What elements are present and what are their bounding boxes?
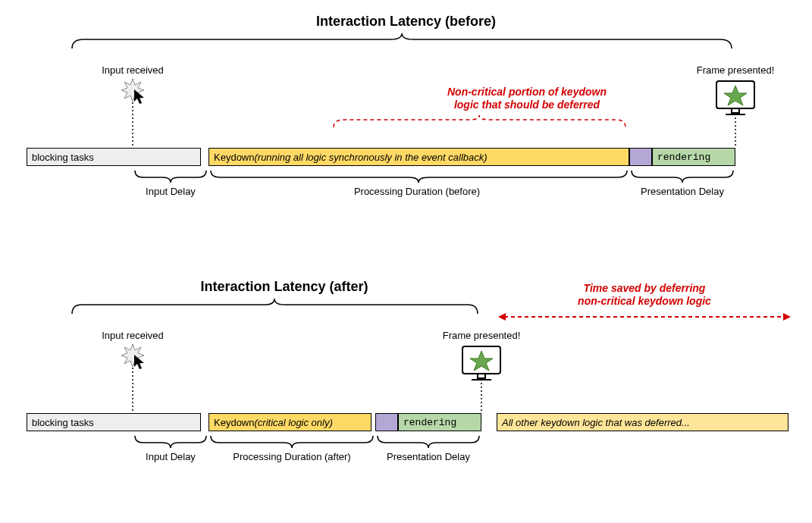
brace-top-before — [68, 32, 735, 52]
svg-rect-4 — [732, 108, 739, 113]
cursor-icon-after — [133, 354, 146, 371]
svg-marker-9 — [783, 313, 791, 321]
input-dotted-line-after — [132, 368, 133, 413]
diagram-before: Interaction Latency (before) Input recei… — [0, 0, 812, 235]
keydown-italic-after: (critical logic only) — [254, 417, 332, 428]
block-deferred-after: All other keydown logic that was deferre… — [497, 413, 788, 431]
block-blocking-after: blocking tasks — [27, 413, 201, 431]
blocking-text-after: blocking tasks — [32, 417, 94, 428]
ub-input-delay-after — [133, 434, 208, 450]
block-render-after: rendering — [398, 413, 481, 431]
svg-marker-8 — [498, 313, 506, 321]
ub-processing-label-before: Processing Duration (before) — [303, 186, 531, 197]
title-after: Interaction Latency (after) — [87, 279, 481, 295]
keydown-italic-before: (running all logic synchronously in the … — [254, 152, 487, 163]
ub-input-delay-before — [133, 168, 208, 185]
render-text-before: rendering — [657, 152, 710, 163]
input-received-label-after: Input received — [91, 330, 174, 341]
diagram-after: Interaction Latency (after) Time saved b… — [0, 265, 812, 508]
block-purple-after — [375, 413, 398, 431]
keydown-prefix-before: Keydown — [214, 152, 254, 163]
keydown-prefix-after: Keydown — [214, 417, 254, 428]
block-purple-before — [629, 148, 652, 166]
title-before: Interaction Latency (before) — [0, 14, 812, 30]
svg-rect-14 — [478, 374, 485, 378]
ub-processing-before — [208, 168, 629, 185]
ub-input-delay-label-after: Input Delay — [121, 451, 220, 462]
block-keydown-after: Keydown (critical logic only) — [208, 413, 372, 431]
time-saved-note: Time saved by deferring non-critical key… — [531, 282, 758, 308]
frame-dotted-line-before — [735, 117, 736, 148]
monitor-icon-before — [715, 80, 756, 117]
ub-processing-after — [208, 434, 375, 450]
frame-presented-label-after: Frame presented! — [428, 330, 535, 341]
cursor-icon — [133, 89, 146, 105]
deferred-text-after: All other keydown logic that was deferre… — [502, 417, 690, 428]
frame-dotted-line-after — [481, 383, 482, 413]
time-saved-arrow — [497, 311, 792, 323]
ub-input-delay-label-before: Input Delay — [121, 186, 220, 197]
frame-presented-label-before: Frame presented! — [682, 64, 788, 76]
defer-brace — [330, 114, 629, 130]
render-text-after: rendering — [403, 417, 456, 428]
ub-presentation-before — [629, 168, 735, 185]
brace-top-after — [68, 297, 481, 317]
input-dotted-line-before — [132, 102, 133, 148]
ub-processing-label-after: Processing Duration (after) — [212, 451, 372, 462]
block-blocking-before: blocking tasks — [27, 148, 201, 166]
block-keydown-before: Keydown (running all logic synchronously… — [208, 148, 629, 166]
monitor-icon-after — [461, 345, 502, 383]
ub-presentation-label-before: Presentation Delay — [622, 186, 743, 197]
block-render-before: rendering — [652, 148, 735, 166]
ub-presentation-after — [375, 434, 481, 450]
input-received-label-before: Input received — [91, 64, 174, 76]
ub-presentation-label-after: Presentation Delay — [372, 451, 485, 462]
defer-note: Non-critical portion of keydown logic th… — [413, 86, 641, 111]
blocking-text-before: blocking tasks — [32, 152, 94, 163]
